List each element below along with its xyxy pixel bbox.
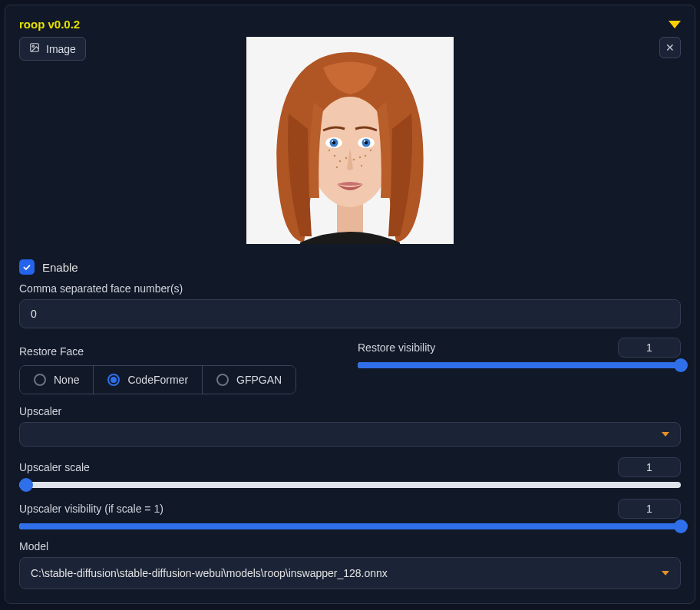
enable-row: Enable <box>19 259 681 275</box>
close-icon: ✕ <box>665 41 675 54</box>
radio-option-codeformer[interactable]: CodeFormer <box>94 366 203 394</box>
image-tab-label: Image <box>46 43 76 55</box>
upscaler-visibility-slider[interactable] <box>19 523 681 529</box>
upscaler-visibility-value[interactable]: 1 <box>618 499 681 519</box>
close-button[interactable]: ✕ <box>659 37 681 58</box>
collapse-caret-icon[interactable] <box>669 21 681 28</box>
image-icon <box>29 42 40 55</box>
restore-visibility-section: Restore visibility 1 <box>358 338 681 394</box>
upscaler-section: Upscaler <box>19 405 681 447</box>
svg-point-5 <box>334 155 336 157</box>
model-select[interactable]: C:\stable-diffusion\stable-diffusion-web… <box>19 557 681 589</box>
restore-visibility-slider[interactable] <box>358 362 681 368</box>
chevron-down-icon <box>662 571 669 575</box>
upscaler-label: Upscaler <box>19 405 681 417</box>
check-icon <box>21 262 32 272</box>
upscaler-scale-label: Upscaler scale <box>19 461 90 473</box>
image-tab[interactable]: Image <box>19 37 86 61</box>
radio-icon <box>34 374 46 386</box>
enable-label: Enable <box>42 261 78 274</box>
radio-label: GFPGAN <box>236 374 282 386</box>
radio-label: CodeFormer <box>127 374 188 386</box>
svg-point-22 <box>332 140 333 142</box>
slider-thumb-icon[interactable] <box>674 519 688 533</box>
upscaler-select[interactable] <box>19 422 681 447</box>
upscaler-visibility-label: Upscaler visibility (if scale = 1) <box>19 503 163 515</box>
face-numbers-label: Comma separated face number(s) <box>19 282 681 295</box>
restore-visibility-value[interactable]: 1 <box>618 338 681 358</box>
upscaler-scale-slider[interactable] <box>19 482 681 488</box>
image-area: Image ✕ <box>19 37 681 252</box>
svg-point-7 <box>345 157 348 160</box>
radio-icon <box>216 374 229 386</box>
upscaler-visibility-section: Upscaler visibility (if scale = 1) 1 <box>19 499 681 529</box>
model-label: Model <box>19 540 681 552</box>
model-section: Model C:\stable-diffusion\stable-diffusi… <box>19 540 681 589</box>
roop-panel: roop v0.0.2 Image ✕ <box>5 5 695 604</box>
restore-face-label: Restore Face <box>19 345 342 358</box>
chevron-down-icon <box>662 432 669 437</box>
svg-point-23 <box>364 140 365 142</box>
svg-point-8 <box>353 159 355 161</box>
svg-point-15 <box>370 150 371 151</box>
svg-point-13 <box>361 165 362 167</box>
restore-face-radio-group: None CodeFormer GFPGAN <box>19 365 296 394</box>
svg-point-11 <box>336 167 338 168</box>
upscaler-scale-section: Upscaler scale 1 <box>19 457 681 488</box>
face-numbers-input[interactable] <box>19 299 681 328</box>
slider-thumb-icon[interactable] <box>674 358 688 372</box>
panel-header: roop v0.0.2 <box>19 18 681 31</box>
panel-title: roop v0.0.2 <box>19 18 80 31</box>
svg-point-14 <box>329 150 330 151</box>
svg-point-9 <box>359 157 362 159</box>
enable-checkbox[interactable] <box>19 259 35 275</box>
radio-icon <box>107 374 120 386</box>
upscaler-scale-value[interactable]: 1 <box>618 457 681 477</box>
slider-thumb-icon[interactable] <box>19 478 33 492</box>
preview-image[interactable] <box>246 37 454 244</box>
svg-point-10 <box>365 155 367 157</box>
radio-label: None <box>54 374 79 386</box>
svg-point-6 <box>339 160 342 163</box>
svg-point-1 <box>32 45 34 47</box>
model-value: C:\stable-diffusion\stable-diffusion-web… <box>31 567 388 579</box>
restore-face-section: Restore Face None CodeFormer GFPGAN <box>19 338 342 394</box>
radio-option-gfpgan[interactable]: GFPGAN <box>203 366 296 394</box>
restore-visibility-label: Restore visibility <box>358 341 435 354</box>
radio-option-none[interactable]: None <box>20 366 94 394</box>
